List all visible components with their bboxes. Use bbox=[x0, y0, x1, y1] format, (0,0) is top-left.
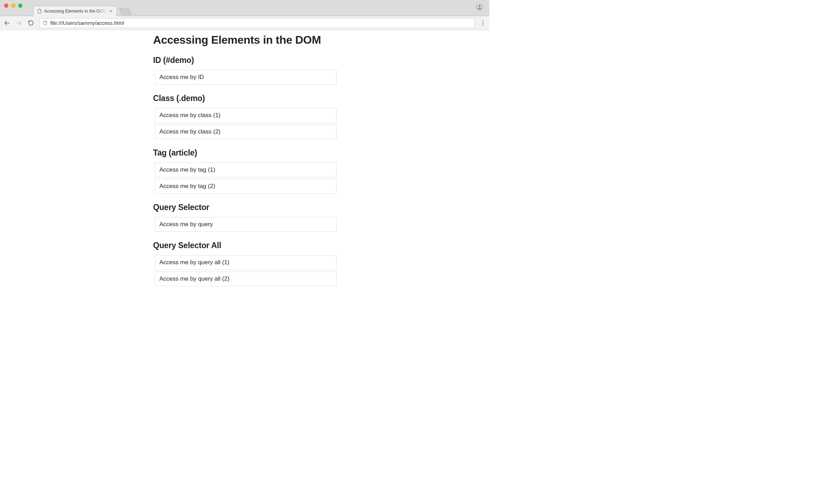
demo-tag-card: Access me by tag (1) bbox=[155, 163, 337, 177]
profile-icon[interactable] bbox=[476, 3, 483, 10]
section-heading-class: Class (.demo) bbox=[153, 94, 337, 103]
svg-point-1 bbox=[479, 5, 480, 7]
address-bar[interactable]: file:///Users/sammy/access.html bbox=[39, 18, 475, 28]
browser-menu-button[interactable] bbox=[480, 20, 486, 26]
reload-button[interactable] bbox=[27, 20, 34, 27]
forward-button[interactable] bbox=[15, 20, 22, 27]
demo-class-card: Access me by class (1) bbox=[155, 108, 337, 123]
window-zoom-button[interactable] bbox=[18, 3, 22, 8]
back-button[interactable] bbox=[3, 20, 10, 27]
window-close-button[interactable] bbox=[4, 3, 8, 8]
new-tab-button[interactable] bbox=[119, 8, 132, 15]
demo-tag-card: Access me by tag (2) bbox=[155, 179, 337, 194]
demo-query-card: Access me by query bbox=[155, 217, 337, 232]
tab-active[interactable]: Accessing Elements in the DOM × bbox=[33, 6, 117, 16]
window-minimize-button[interactable] bbox=[11, 3, 15, 8]
demo-class-card: Access me by class (2) bbox=[155, 124, 337, 139]
page-content: Accessing Elements in the DOM ID (#demo)… bbox=[153, 30, 337, 286]
demo-query-all-card: Access me by query all (1) bbox=[155, 255, 337, 270]
browser-toolbar: file:///Users/sammy/access.html bbox=[0, 16, 489, 30]
page-favicon-icon bbox=[37, 9, 42, 14]
section-heading-tag: Tag (article) bbox=[153, 148, 337, 158]
window-controls bbox=[4, 3, 22, 8]
section-heading-query-all: Query Selector All bbox=[153, 241, 337, 250]
demo-id-card: Access me by ID bbox=[155, 70, 337, 85]
demo-query-all-card: Access me by query all (2) bbox=[155, 272, 337, 286]
file-icon bbox=[43, 21, 48, 25]
section-heading-query: Query Selector bbox=[153, 203, 337, 212]
tab-title: Accessing Elements in the DOM bbox=[44, 9, 107, 14]
address-bar-url: file:///Users/sammy/access.html bbox=[50, 20, 124, 26]
tab-close-button[interactable]: × bbox=[109, 9, 113, 14]
tab-shelf: Accessing Elements in the DOM × bbox=[33, 0, 130, 16]
page-viewport[interactable]: Accessing Elements in the DOM ID (#demo)… bbox=[0, 30, 489, 296]
section-heading-id: ID (#demo) bbox=[153, 56, 337, 65]
page-title: Accessing Elements in the DOM bbox=[153, 34, 337, 46]
browser-tab-strip: Accessing Elements in the DOM × bbox=[0, 0, 489, 16]
